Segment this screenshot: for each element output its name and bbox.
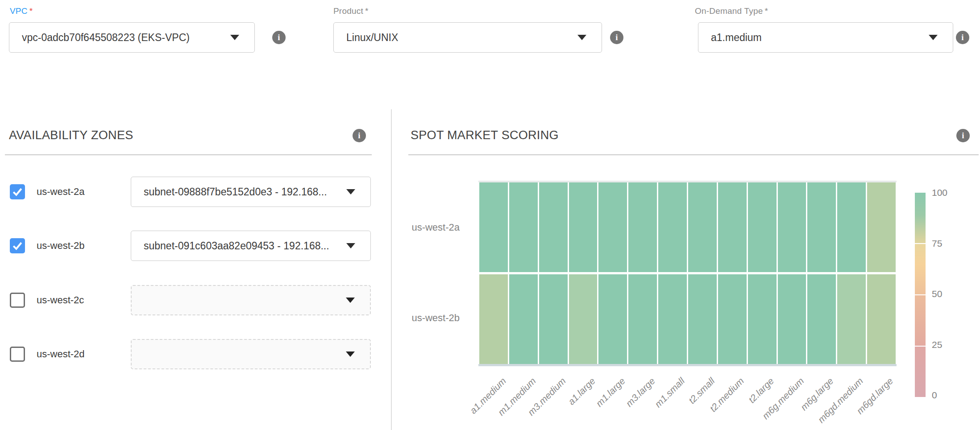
heatmap-cell-us-west-2a-m1.small <box>658 182 687 272</box>
caret-down-icon <box>230 35 239 40</box>
colorbar <box>915 193 926 397</box>
heatmap-cell-us-west-2a-m6gd.large <box>867 182 896 272</box>
on-demand-type-value: a1.medium <box>711 32 762 44</box>
check-icon <box>11 185 24 198</box>
vpc-required-marker: * <box>29 6 33 16</box>
heatmap-cell-us-west-2a-m6g.medium <box>778 182 806 272</box>
heatmap-cell-us-west-2b-m1.small <box>658 274 687 364</box>
zone-label: us-west-2d <box>37 339 85 369</box>
subnet-select-us-west-2d[interactable] <box>131 339 371 369</box>
heatmap-cell-us-west-2a-a1.large <box>569 182 598 272</box>
heatmap-cell-us-west-2a-a1.medium <box>479 182 508 272</box>
zone-checkbox-us-west-2d[interactable] <box>10 347 25 362</box>
heatmap-cell-us-west-2b-a1.medium <box>479 274 508 364</box>
heatmap-cell-us-west-2a-m6gd.medium <box>837 182 866 272</box>
x-axis-label-m1.small: m1.small <box>653 376 687 409</box>
product-label-text: Product <box>333 6 363 16</box>
heatmap-cell-us-west-2a-m3.large <box>628 182 657 272</box>
colorbar-tick-100: 100 <box>932 187 947 198</box>
check-icon <box>11 239 24 252</box>
subnet-select-us-west-2b[interactable]: subnet-091c603aa82e09453 - 192.168... <box>131 231 371 261</box>
colorbar-tick-0: 0 <box>932 390 937 401</box>
heatmap-cell-us-west-2a-m1.large <box>598 182 627 272</box>
caret-down-icon <box>346 298 355 303</box>
az-row-us-west-2d: us-west-2d <box>0 339 391 369</box>
vpc-label-text: VPC <box>10 6 28 16</box>
heatmap-cell-us-west-2b-m1.large <box>598 274 627 364</box>
product-info-icon[interactable]: i <box>610 31 623 44</box>
heatmap-cell-us-west-2a-t2.large <box>748 182 777 272</box>
heatmap-cell-us-west-2b-t2.medium <box>718 274 747 364</box>
on-demand-type-label: On-Demand Type* <box>695 6 768 16</box>
heatmap-y-labels: us-west-2aus-west-2b <box>366 182 460 364</box>
caret-down-icon <box>577 35 586 40</box>
y-axis-label-us-west-2b: us-west-2b <box>366 312 460 324</box>
az-rows: us-west-2asubnet-09888f7be5152d0e3 - 192… <box>0 177 391 373</box>
x-axis-label-m3.large: m3.large <box>624 376 657 409</box>
spot-market-scoring-rule <box>408 154 979 155</box>
caret-down-icon <box>346 189 355 194</box>
az-row-us-west-2a: us-west-2asubnet-09888f7be5152d0e3 - 192… <box>0 177 391 207</box>
x-axis-label-t2.large: t2.large <box>746 376 776 405</box>
product-select[interactable]: Linux/UNIX <box>333 22 602 53</box>
product-value: Linux/UNIX <box>346 32 398 44</box>
subnet-select-us-west-2a[interactable]: subnet-09888f7be5152d0e3 - 192.168... <box>131 177 371 207</box>
colorbar-tick-75: 75 <box>932 238 942 249</box>
product-label: Product* <box>333 6 369 16</box>
colorbar-tick-50: 50 <box>932 289 942 299</box>
heatmap-cell-us-west-2b-m1.medium <box>509 274 538 364</box>
zone-checkbox-us-west-2c[interactable] <box>10 293 25 308</box>
availability-zones-rule <box>5 154 372 155</box>
az-row-us-west-2b: us-west-2bsubnet-091c603aa82e09453 - 192… <box>0 231 391 261</box>
zone-label: us-west-2b <box>37 231 85 261</box>
heatmap-cell-us-west-2b-m3.large <box>628 274 657 364</box>
zone-checkbox-us-west-2a[interactable] <box>10 184 25 199</box>
heatmap-cell-us-west-2b-m3.medium <box>539 274 568 364</box>
colorbar-segment-1 <box>915 244 926 294</box>
colorbar-tick-25: 25 <box>932 339 942 350</box>
heatmap-cell-us-west-2b-t2.large <box>748 274 777 364</box>
zone-checkbox-us-west-2b[interactable] <box>10 238 25 253</box>
page: VPC* vpc-0adcb70f645508223 (EKS-VPC) i P… <box>0 0 980 430</box>
availability-zones-title: AVAILABILITY ZONES <box>9 128 133 142</box>
heatmap-cell-us-west-2b-m6g.large <box>807 274 836 364</box>
on-demand-type-select[interactable]: a1.medium <box>698 22 953 53</box>
caret-down-icon <box>929 35 938 40</box>
spot-market-scoring-info-icon[interactable]: i <box>956 129 970 142</box>
on-demand-type-label-text: On-Demand Type <box>695 6 763 16</box>
spot-market-scoring-title: SPOT MARKET SCORING <box>411 128 559 142</box>
heatmap-cell-us-west-2b-m6gd.large <box>867 274 896 364</box>
x-axis-label-m1.large: m1.large <box>594 376 627 409</box>
subnet-select-us-west-2c[interactable] <box>131 285 371 315</box>
x-axis-label-a1.large: a1.large <box>566 376 598 407</box>
heatmap-cell-us-west-2b-t2.small <box>688 274 717 364</box>
heatmap-cell-us-west-2a-m3.medium <box>539 182 568 272</box>
subnet-value: subnet-091c603aa82e09453 - 192.168... <box>144 240 329 252</box>
vpc-value: vpc-0adcb70f645508223 (EKS-VPC) <box>22 32 190 44</box>
y-axis-label-us-west-2a: us-west-2a <box>366 222 460 233</box>
heatmap-cell-us-west-2a-t2.small <box>688 182 717 272</box>
caret-down-icon <box>346 351 355 357</box>
vpc-info-icon[interactable]: i <box>272 31 286 44</box>
heatmap-cell-us-west-2a-t2.medium <box>718 182 747 272</box>
heatmap-cell-us-west-2b-a1.large <box>569 274 598 364</box>
vpc-select[interactable]: vpc-0adcb70f645508223 (EKS-VPC) <box>9 22 255 53</box>
heatmap-cell-us-west-2a-m1.medium <box>509 182 538 272</box>
heatmap-cell-us-west-2b-m6gd.medium <box>837 274 866 364</box>
vpc-label: VPC* <box>10 6 33 16</box>
heatmap-x-labels: a1.mediumm1.mediumm3.mediuma1.largem1.la… <box>479 370 896 428</box>
heatmap-cell-us-west-2a-m6g.large <box>807 182 836 272</box>
caret-down-icon <box>346 243 355 248</box>
zone-label: us-west-2c <box>37 285 84 315</box>
colorbar-labels: 1007550250 <box>932 193 968 397</box>
colorbar-segment-3 <box>915 347 926 397</box>
heatmap-cell-us-west-2b-m6g.medium <box>778 274 806 364</box>
on-demand-type-info-icon[interactable]: i <box>956 31 969 44</box>
subnet-value: subnet-09888f7be5152d0e3 - 192.168... <box>144 186 327 198</box>
zone-label: us-west-2a <box>37 177 85 207</box>
az-row-us-west-2c: us-west-2c <box>0 285 391 315</box>
spot-score-heatmap <box>479 182 896 364</box>
availability-zones-info-icon[interactable]: i <box>353 129 366 142</box>
colorbar-segment-2 <box>915 295 926 346</box>
colorbar-segment-0 <box>915 193 926 243</box>
